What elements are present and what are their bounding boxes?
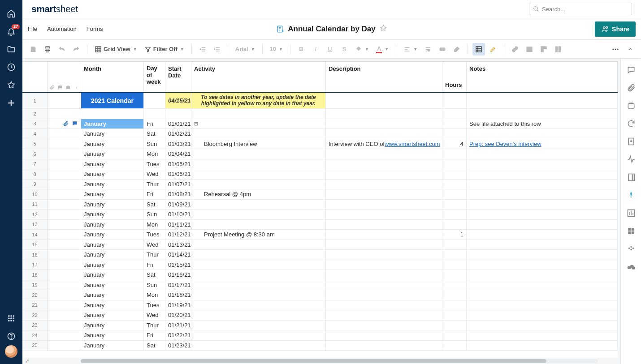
cell-activity[interactable] (191, 260, 326, 270)
cell-hours[interactable] (442, 330, 467, 341)
cell-date[interactable]: 01/05/21 (165, 159, 191, 170)
cell-activity[interactable] (191, 300, 326, 311)
cell-description[interactable] (326, 129, 442, 139)
cell-month[interactable]: January (81, 169, 144, 180)
cell-description[interactable] (326, 270, 442, 280)
cell-dow[interactable]: Sat (144, 129, 165, 139)
row-number[interactable]: 24 (22, 330, 48, 341)
row-number[interactable]: 15 (22, 240, 48, 250)
cell-month[interactable]: 2021 Calendar (81, 93, 144, 109)
cell-hours[interactable] (442, 270, 467, 280)
cell-description[interactable] (326, 280, 442, 291)
conditional-format-button[interactable] (472, 43, 485, 56)
cell-dow[interactable]: Wed (144, 169, 165, 180)
cell-hours[interactable] (442, 210, 467, 220)
row-indicators[interactable] (48, 93, 81, 109)
cell-description[interactable]: Interview with CEO of www.smartsheet.com (326, 139, 442, 150)
cell-description[interactable] (326, 330, 442, 341)
row-indicators[interactable] (48, 119, 81, 129)
row-number[interactable]: 10 (22, 189, 48, 200)
cell-activity[interactable] (191, 159, 326, 170)
cell-month[interactable]: January (81, 260, 144, 270)
cell-activity[interactable] (191, 280, 326, 291)
table-row[interactable]: 6JanuaryMon01/04/21 (22, 149, 618, 159)
cell-hours[interactable] (442, 159, 467, 170)
cell-date[interactable]: 01/13/21 (165, 240, 191, 250)
cell-description[interactable] (326, 290, 442, 300)
cell-activity[interactable]: Project Meeting @ 8:30 am (191, 230, 326, 240)
row-number[interactable]: 7 (22, 159, 48, 170)
table-row[interactable]: 5JanuarySun01/03/21Bloomberg InterviewIn… (22, 139, 618, 150)
cell-hours[interactable] (442, 220, 467, 230)
table-row[interactable]: 9JanuaryThur01/07/21 (22, 180, 618, 190)
cell-activity[interactable] (191, 180, 326, 190)
row-indicators[interactable] (48, 330, 81, 341)
brandfolder-icon[interactable] (624, 188, 638, 202)
table-row[interactable]: 19JanuarySun01/17/21 (22, 280, 618, 291)
cell-date[interactable]: 01/11/21 (165, 220, 191, 230)
cell-hours[interactable]: 1 (442, 230, 467, 240)
cell-hours[interactable] (442, 169, 467, 180)
row-indicators[interactable] (48, 109, 81, 119)
cell-dow[interactable]: Sat (144, 270, 165, 280)
table-row[interactable]: 17JanuaryFri01/15/21 (22, 260, 618, 270)
cell-notes[interactable] (467, 250, 618, 260)
salesforce-icon[interactable] (624, 260, 638, 274)
cell-hours[interactable] (442, 321, 467, 331)
cell-activity[interactable] (191, 290, 326, 300)
row-indicators[interactable] (48, 149, 81, 159)
help-icon[interactable] (0, 327, 22, 345)
cell-month[interactable]: January (81, 280, 144, 291)
cell-hours[interactable] (442, 260, 467, 270)
cell-month[interactable]: January (81, 159, 144, 170)
publish-icon[interactable] (624, 135, 638, 148)
cell-month[interactable]: January (81, 300, 144, 311)
cell-month[interactable]: January (81, 149, 144, 159)
cell-description[interactable] (326, 250, 442, 260)
print-button[interactable] (41, 43, 54, 56)
cell-month[interactable]: January (81, 330, 144, 341)
cell-month[interactable]: January (81, 321, 144, 331)
row-number[interactable]: 1 (22, 93, 48, 109)
cell-notes[interactable] (467, 210, 618, 220)
cell-dow[interactable]: Mon (144, 149, 165, 159)
cell-dow[interactable]: Mon (144, 290, 165, 300)
grid-view-button[interactable]: Grid View ▼ (92, 43, 140, 56)
favorite-star-icon[interactable] (379, 24, 387, 34)
row-indicators[interactable] (48, 321, 81, 331)
cell-activity[interactable] (191, 129, 326, 139)
table-row[interactable]: 4JanuarySat01/02/21 (22, 129, 618, 139)
share-button[interactable]: Share (595, 21, 636, 37)
cell-dow[interactable]: Thur (144, 321, 165, 331)
cell-description[interactable] (326, 260, 442, 270)
cell-description[interactable] (326, 109, 442, 119)
row-number[interactable]: 23 (22, 321, 48, 331)
row-number[interactable]: 22 (22, 310, 48, 321)
cell-date[interactable]: 01/03/21 (165, 139, 191, 150)
table-row[interactable]: 22JanuaryWed01/20/21 (22, 310, 618, 321)
table-row[interactable]: 2 (22, 109, 618, 119)
attachments-icon[interactable] (624, 81, 638, 94)
cell-dow[interactable]: Tues (144, 230, 165, 240)
global-search[interactable] (529, 3, 632, 15)
comment-icon[interactable] (72, 120, 78, 127)
table-row[interactable]: 16JanuaryThur01/14/21 (22, 250, 618, 260)
cell-dow[interactable]: Tues (144, 300, 165, 311)
cell-hours[interactable] (442, 310, 467, 321)
cell-activity[interactable] (191, 109, 326, 119)
row-indicators[interactable] (48, 159, 81, 170)
row-indicators[interactable] (48, 220, 81, 230)
table-row[interactable]: 15JanuaryWed01/13/21 (22, 240, 618, 250)
cell-description[interactable] (326, 210, 442, 220)
cell-dow[interactable]: Sat (144, 200, 165, 210)
cell-hours[interactable] (442, 300, 467, 311)
table-row[interactable]: 25JanuarySat01/23/21 (22, 341, 618, 351)
cell-hours[interactable] (442, 149, 467, 159)
cell-description[interactable] (326, 300, 442, 311)
cell-month[interactable]: January (81, 200, 144, 210)
cell-dow[interactable]: Wed (144, 240, 165, 250)
cell-description[interactable] (326, 230, 442, 240)
row-indicators[interactable] (48, 300, 81, 311)
cell-date[interactable]: 01/09/21 (165, 200, 191, 210)
cell-date[interactable]: 01/23/21 (165, 341, 191, 351)
